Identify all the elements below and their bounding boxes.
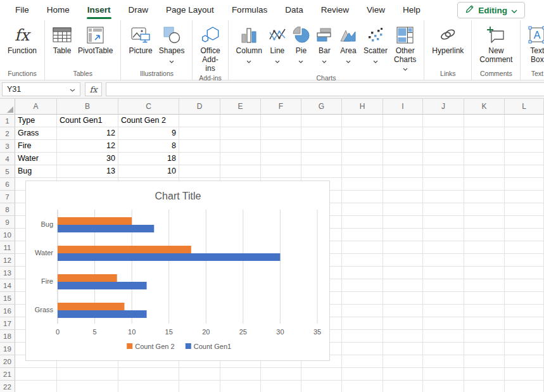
cell-B4[interactable]: 30 bbox=[57, 153, 118, 165]
cell-I9[interactable] bbox=[383, 216, 423, 229]
cell-K1[interactable] bbox=[464, 115, 505, 127]
cell-K12[interactable] bbox=[464, 254, 505, 267]
cell-G2[interactable] bbox=[301, 127, 342, 140]
cell-J9[interactable] bbox=[423, 216, 464, 229]
column-header-B[interactable]: B bbox=[57, 99, 118, 115]
cell-J14[interactable] bbox=[423, 279, 464, 292]
cell-L19[interactable] bbox=[505, 343, 544, 355]
cell-J5[interactable] bbox=[423, 165, 464, 178]
column-header-E[interactable]: E bbox=[220, 99, 261, 115]
cell-K14[interactable] bbox=[464, 279, 505, 292]
cell-H2[interactable] bbox=[342, 127, 383, 140]
cell-L15[interactable] bbox=[505, 292, 544, 305]
column-chart-button[interactable]: Column bbox=[233, 23, 265, 65]
cell-C21[interactable] bbox=[118, 368, 179, 381]
cell-I13[interactable] bbox=[383, 267, 423, 279]
cell-J4[interactable] bbox=[423, 153, 464, 165]
cell-E1[interactable] bbox=[220, 115, 261, 127]
cell-A1[interactable]: Type bbox=[15, 115, 57, 127]
cell-B3[interactable]: 12 bbox=[57, 140, 118, 153]
cell-L18[interactable] bbox=[505, 330, 544, 343]
cell-D2[interactable] bbox=[179, 127, 220, 140]
cell-I18[interactable] bbox=[383, 330, 423, 343]
row-header-17[interactable]: 17 bbox=[0, 317, 15, 330]
row-header-13[interactable]: 13 bbox=[0, 267, 15, 279]
cell-H11[interactable] bbox=[342, 241, 383, 254]
cell-F2[interactable] bbox=[261, 127, 301, 140]
cell-H16[interactable] bbox=[342, 305, 383, 317]
cell-H6[interactable] bbox=[342, 178, 383, 191]
cell-J19[interactable] bbox=[423, 343, 464, 355]
cell-J15[interactable] bbox=[423, 292, 464, 305]
cell-I21[interactable] bbox=[383, 368, 423, 381]
cell-J10[interactable] bbox=[423, 229, 464, 241]
cell-C4[interactable]: 18 bbox=[118, 153, 179, 165]
text-box-button[interactable]: A Text Box bbox=[525, 23, 544, 64]
cell-J11[interactable] bbox=[423, 241, 464, 254]
cell-F3[interactable] bbox=[261, 140, 301, 153]
row-header-10[interactable]: 10 bbox=[0, 229, 15, 241]
cell-H12[interactable] bbox=[342, 254, 383, 267]
column-header-F[interactable]: F bbox=[261, 99, 301, 115]
cell-J2[interactable] bbox=[423, 127, 464, 140]
cell-H1[interactable] bbox=[342, 115, 383, 127]
cell-F5[interactable] bbox=[261, 165, 301, 178]
cell-L16[interactable] bbox=[505, 305, 544, 317]
menu-tab-insert[interactable]: Insert bbox=[79, 0, 120, 20]
cell-L10[interactable] bbox=[505, 229, 544, 241]
cell-K5[interactable] bbox=[464, 165, 505, 178]
cell-L1[interactable] bbox=[505, 115, 544, 127]
cell-H21[interactable] bbox=[342, 368, 383, 381]
cell-L3[interactable] bbox=[505, 140, 544, 153]
cell-F22[interactable] bbox=[261, 381, 301, 392]
cell-A4[interactable]: Water bbox=[15, 153, 57, 165]
row-header-3[interactable]: 3 bbox=[0, 140, 15, 153]
cell-K9[interactable] bbox=[464, 216, 505, 229]
cell-L17[interactable] bbox=[505, 317, 544, 330]
cell-F4[interactable] bbox=[261, 153, 301, 165]
shapes-button[interactable]: Shapes bbox=[156, 23, 188, 65]
chart-bar-count-gen-2-grass[interactable] bbox=[58, 303, 124, 310]
cell-L8[interactable] bbox=[505, 203, 544, 216]
cell-H14[interactable] bbox=[342, 279, 383, 292]
row-header-6[interactable]: 6 bbox=[0, 178, 15, 191]
row-header-15[interactable]: 15 bbox=[0, 292, 15, 305]
cell-H10[interactable] bbox=[342, 229, 383, 241]
cell-J16[interactable] bbox=[423, 305, 464, 317]
new-comment-button[interactable]: New Comment bbox=[476, 23, 516, 64]
formula-input[interactable] bbox=[106, 82, 544, 96]
cell-J6[interactable] bbox=[423, 178, 464, 191]
cell-I15[interactable] bbox=[383, 292, 423, 305]
row-header-14[interactable]: 14 bbox=[0, 279, 15, 292]
cell-I1[interactable] bbox=[383, 115, 423, 127]
cell-K6[interactable] bbox=[464, 178, 505, 191]
cell-D21[interactable] bbox=[179, 368, 220, 381]
line-chart-button[interactable]: Line bbox=[265, 23, 289, 65]
cell-L4[interactable] bbox=[505, 153, 544, 165]
embedded-chart[interactable]: 05101520253035BugWaterFireGrassChart Tit… bbox=[25, 180, 330, 361]
row-header-1[interactable]: 1 bbox=[0, 115, 15, 127]
chart-bar-count-gen1-grass[interactable] bbox=[58, 310, 147, 318]
cell-L7[interactable] bbox=[505, 191, 544, 203]
cell-J21[interactable] bbox=[423, 368, 464, 381]
menu-tab-review[interactable]: Review bbox=[312, 0, 358, 20]
cell-L6[interactable] bbox=[505, 178, 544, 191]
cell-G22[interactable] bbox=[301, 381, 342, 392]
chart-legend-swatch-count-gen1[interactable] bbox=[186, 343, 191, 349]
chart-bar-count-gen-2-water[interactable] bbox=[58, 246, 191, 253]
row-header-19[interactable]: 19 bbox=[0, 343, 15, 355]
cell-I10[interactable] bbox=[383, 229, 423, 241]
cell-E4[interactable] bbox=[220, 153, 261, 165]
cell-I4[interactable] bbox=[383, 153, 423, 165]
row-header-20[interactable]: 20 bbox=[0, 355, 15, 368]
cell-D1[interactable] bbox=[179, 115, 220, 127]
cell-K8[interactable] bbox=[464, 203, 505, 216]
cell-H7[interactable] bbox=[342, 191, 383, 203]
cell-K17[interactable] bbox=[464, 317, 505, 330]
row-header-5[interactable]: 5 bbox=[0, 165, 15, 178]
insert-function-button[interactable]: fx bbox=[85, 82, 102, 96]
cell-I14[interactable] bbox=[383, 279, 423, 292]
cell-A5[interactable]: Bug bbox=[15, 165, 57, 178]
column-header-J[interactable]: J bbox=[423, 99, 464, 115]
column-header-C[interactable]: C bbox=[118, 99, 179, 115]
